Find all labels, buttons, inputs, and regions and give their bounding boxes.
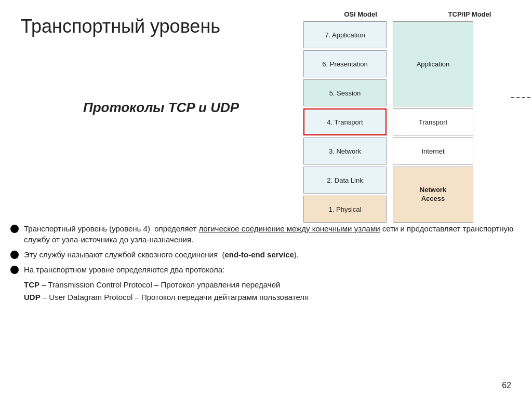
osi-layer-4: 4. Transport — [303, 108, 387, 135]
osi-layer-6: 6. Presentation — [303, 50, 387, 77]
page-number: 62 — [502, 381, 511, 390]
sub-bullet-udp: UDP – User Datagram Protocol – Протокол … — [24, 292, 522, 303]
tcpip-model-header: TCP/IP Model — [428, 10, 511, 18]
tcpip-application: Application — [393, 21, 473, 106]
bullet-dot-1 — [10, 225, 19, 233]
bullet-dot-2 — [10, 251, 19, 259]
bullet-text-2: Эту службу называют службой сквозного со… — [24, 249, 522, 260]
tcp-label: TCP — [24, 280, 39, 289]
osi-layer-3: 3. Network — [303, 138, 387, 164]
bullet-text-1: Транспортный уровень (уровень 4) определ… — [24, 223, 522, 245]
osi-layer-1: 1. Physical — [303, 196, 387, 223]
osi-layer-2: 2. Data Link — [303, 167, 387, 194]
tcpip-internet: Internet — [393, 138, 473, 164]
tcpip-column: Application Transport Internet NetworkAc… — [393, 21, 473, 223]
bullet-1: Транспортный уровень (уровень 4) определ… — [10, 223, 522, 245]
bullets-section: Транспортный уровень (уровень 4) определ… — [10, 223, 522, 388]
bullet-3: На транспортном уровне определяются два … — [10, 264, 522, 275]
bullet-text-3: На транспортном уровне определяются два … — [24, 264, 522, 275]
udp-label: UDP — [24, 293, 41, 301]
underline-text-1: логическое соединение между конечными уз… — [198, 224, 380, 233]
diagram-headers: OSI Model TCP/IP Model — [303, 10, 522, 18]
diagram-body: 7. Application 6. Presentation 5. Sessio… — [303, 21, 522, 223]
bold-text-1: end-to-end service — [224, 250, 294, 259]
bullet-2: Эту службу называют службой сквозного со… — [10, 249, 522, 260]
tcpip-transport: Transport — [393, 108, 473, 135]
osi-column: 7. Application 6. Presentation 5. Sessio… — [303, 21, 387, 223]
slide: Транспортный уровень Протоколы TCP и UDP… — [0, 0, 532, 398]
sub-bullet-tcp: TCP – Transmission Control Protocol – Пр… — [24, 279, 522, 290]
subtitle: Протоколы TCP и UDP — [83, 100, 239, 116]
bullet-dot-3 — [10, 266, 19, 274]
osi-model-header: OSI Model — [319, 10, 402, 18]
osi-layer-5: 5. Session — [303, 79, 387, 106]
osi-tcpip-diagram: OSI Model TCP/IP Model 7. Application 6.… — [303, 10, 522, 223]
tcpip-network-access: NetworkAccess — [393, 167, 473, 223]
osi-layer-7: 7. Application — [303, 21, 387, 48]
